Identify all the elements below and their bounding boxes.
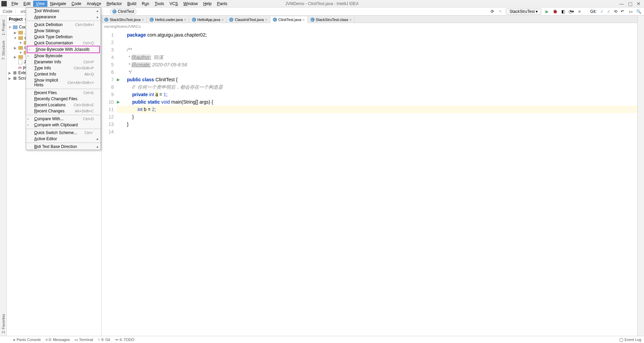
editor-tab-stackstrutest-class[interactable]: CStackStruTest.class× xyxy=(308,17,355,23)
menu-navigate[interactable]: Navigate xyxy=(47,1,69,7)
tab-project[interactable]: 1: Project xyxy=(1,17,6,38)
menu-code[interactable]: Code xyxy=(69,1,84,7)
editor-tab-classinittest-java[interactable]: CClassInitTest.java× xyxy=(227,17,270,23)
menu-vcs[interactable]: VCS xyxy=(167,1,181,7)
editor-tab-clinittest-java[interactable]: CClinitTest.java× xyxy=(270,17,308,23)
code-line[interactable]: // 任何一个类申明后，都会存在一个构造器 xyxy=(127,83,637,91)
tree-arrow-icon[interactable]: ▼ xyxy=(19,41,22,45)
code-line[interactable]: private int a = 1; xyxy=(127,91,637,98)
tab-close-icon[interactable]: × xyxy=(222,18,224,22)
breadcrumb-code[interactable]: Code xyxy=(3,9,13,14)
tree-arrow-icon[interactable]: ▶ xyxy=(14,46,17,50)
code-line[interactable]: /** xyxy=(127,46,637,53)
profile-icon[interactable]: ◔▾ xyxy=(568,9,574,14)
code-line[interactable]: * @author: 陌溪 xyxy=(127,53,637,61)
tree-arrow-icon[interactable]: ▼ xyxy=(14,36,17,40)
tree-arrow-icon[interactable]: ▶ xyxy=(8,77,12,80)
run-icon[interactable]: ▶ xyxy=(544,9,550,14)
menu-view[interactable]: View xyxy=(33,1,47,7)
menu-item-show-implicit-hints[interactable]: Show Implicit HintsCtrl+Alt+Shift+= xyxy=(26,77,101,88)
code-line[interactable]: } xyxy=(127,113,637,121)
tree-arrow-icon[interactable]: ▼ xyxy=(19,51,22,55)
editor-tab-helloapp-java[interactable]: CHelloApp.java× xyxy=(189,17,227,23)
code-line[interactable]: } xyxy=(127,121,637,128)
menu-file[interactable]: File xyxy=(9,1,21,7)
run-config-selector[interactable]: StackStruTest ▾ xyxy=(506,8,541,15)
menu-build[interactable]: Build xyxy=(125,1,139,7)
menu-item-compare-with-clipboard[interactable]: ▫Compare with Clipboard xyxy=(26,122,101,128)
maximize-icon[interactable]: ▢ xyxy=(628,1,632,6)
code-line[interactable] xyxy=(127,39,637,46)
status-messages[interactable]: ≡ 0: Messages xyxy=(46,338,70,342)
git-revert-icon[interactable]: ↶ xyxy=(620,9,625,14)
tree-arrow-icon[interactable]: ▶ xyxy=(14,31,17,35)
status-event-log[interactable]: ◯ Event Log xyxy=(619,338,641,342)
code-line[interactable]: public class ClinitTest { xyxy=(127,76,637,83)
status-terminal[interactable]: ▭ Terminal xyxy=(74,338,93,342)
tree-arrow-icon[interactable]: ▶ xyxy=(8,71,12,75)
menu-item-show-bytecode[interactable]: ▫Show Bytecode xyxy=(26,53,101,59)
tree-arrow-icon[interactable]: ▼ xyxy=(8,25,12,29)
menu-item-bidi-text-base-direction[interactable]: Bidi Text Base Direction▸ xyxy=(26,144,101,150)
menu-item-appearance[interactable]: Appearance▸ xyxy=(26,14,101,20)
breadcrumb-src[interactable]: src xyxy=(21,9,26,14)
tab-structure[interactable]: 7: Structure xyxy=(1,38,6,63)
menu-run[interactable]: Run xyxy=(139,1,152,7)
menu-item-compare-with-[interactable]: ▫Compare With...Ctrl+D xyxy=(26,116,101,122)
menu-item-quick-type-definition[interactable]: Quick Type Definition xyxy=(26,34,101,40)
menu-item-recently-changed-files[interactable]: Recently Changed Files xyxy=(26,96,101,102)
git-update-icon[interactable]: ✓ xyxy=(599,9,605,14)
coverage-icon[interactable]: ◧ xyxy=(560,9,566,14)
git-history-icon[interactable]: ⟲ xyxy=(613,9,618,14)
menu-item-parameter-info[interactable]: Parameter InfoCtrl+P xyxy=(26,59,101,65)
tab-close-icon[interactable]: × xyxy=(184,18,186,22)
status-todo[interactable]: ≔ 6: TODO xyxy=(115,338,134,342)
tab-close-icon[interactable]: × xyxy=(265,18,267,22)
code-line[interactable]: */ xyxy=(127,68,637,76)
menu-item-recent-locations[interactable]: Recent LocationsCtrl+Shift+E xyxy=(26,102,101,108)
project-structure-icon[interactable]: ▭ xyxy=(628,9,633,14)
tab-close-icon[interactable]: × xyxy=(303,18,305,22)
code-line[interactable]: int b = 2; xyxy=(117,106,637,113)
menu-item-show-siblings[interactable]: Show Siblings xyxy=(26,28,101,34)
menu-item-active-editor[interactable]: Active Editor▸ xyxy=(26,136,101,142)
menu-item-quick-documentation[interactable]: Quick DocumentationCtrl+Q xyxy=(26,40,101,46)
editor-tab-stackstrutest-java[interactable]: CStackStruTest.java× xyxy=(102,17,147,23)
code-body[interactable]: package com.atguigu.java.chapter02;/** *… xyxy=(117,30,637,336)
menu-item-tool-windows[interactable]: Tool Windows▸ xyxy=(26,8,101,14)
tree-arrow-icon[interactable]: ▶ xyxy=(14,55,17,59)
search-everywhere-icon[interactable]: 🔍 xyxy=(636,9,641,14)
menu-window[interactable]: Window xyxy=(180,1,200,7)
debug-icon[interactable]: 🐞 xyxy=(552,9,558,14)
menu-edit[interactable]: Edit xyxy=(21,1,33,7)
menu-analyze[interactable]: Analyze xyxy=(84,1,104,7)
menu-pants[interactable]: Pants xyxy=(214,1,230,7)
menu-item-recent-changes[interactable]: Recent ChangesAlt+Shift+C xyxy=(26,108,101,114)
nav-class-dropdown[interactable]: C ClinitTest xyxy=(110,8,137,15)
git-commit-icon[interactable]: ✓ xyxy=(606,9,611,14)
menu-item-quick-definition[interactable]: Quick DefinitionCtrl+Shift+I xyxy=(26,22,101,28)
menu-item-context-info[interactable]: Context InfoAlt+Q xyxy=(26,71,101,77)
status-pants-console[interactable]: ▸ Pants Console xyxy=(14,338,41,342)
close-icon[interactable]: ✕ xyxy=(637,1,641,6)
menu-item-recent-files[interactable]: Recent FilesCtrl+E xyxy=(26,90,101,96)
tab-favorites[interactable]: 2: Favorites xyxy=(1,311,6,336)
code-editor[interactable]: 1234567▶8910▶11121314 package com.atguig… xyxy=(102,30,637,336)
menu-refactor[interactable]: Refactor xyxy=(104,1,125,7)
tab-close-icon[interactable]: × xyxy=(350,18,352,22)
menu-item-type-info[interactable]: Type InfoCtrl+Shift+P xyxy=(26,65,101,71)
stop-icon[interactable]: ■ xyxy=(577,9,582,14)
minimize-icon[interactable]: — xyxy=(619,1,624,6)
code-line[interactable]: public static void main(String[] args) { xyxy=(127,98,637,106)
menu-help[interactable]: Help xyxy=(200,1,214,7)
editor-tab-helloloader-java[interactable]: CHelloLoader.java× xyxy=(147,17,189,23)
back-icon[interactable]: ↖ xyxy=(498,9,503,14)
menu-item-quick-switch-scheme-[interactable]: Quick Switch Scheme...Ctrl+` xyxy=(26,130,101,136)
code-line[interactable]: package com.atguigu.java.chapter02; xyxy=(127,31,637,39)
status-git[interactable]: ⑂ 9: Git xyxy=(98,338,110,342)
code-line[interactable] xyxy=(127,128,637,135)
code-line[interactable]: * @create: 2020-07-05-8:56 xyxy=(127,61,637,68)
tab-close-icon[interactable]: × xyxy=(142,18,144,22)
menu-item-show-bytecode-with-jclasslib[interactable]: ▫Show Bytecode With Jclasslib xyxy=(27,46,100,53)
menu-tools[interactable]: Tools xyxy=(152,1,167,7)
